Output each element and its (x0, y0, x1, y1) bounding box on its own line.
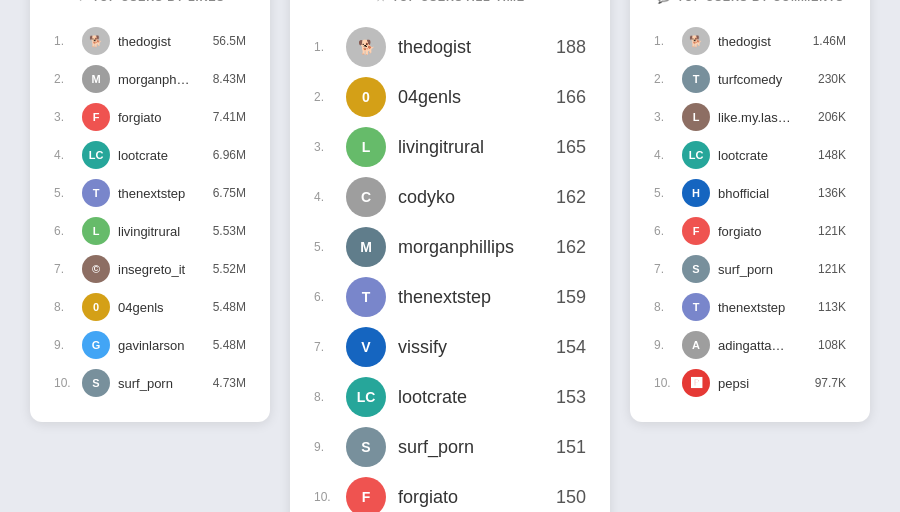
rank-label: 7. (314, 340, 334, 354)
username-label: thenextstep (118, 186, 209, 201)
panel-likes-title: TOP USERS BY LIKES (92, 0, 225, 3)
panel-comments-header: 💬TOP USERS BY COMMENTS (654, 0, 846, 4)
username-label: thedogist (118, 34, 209, 49)
list-item[interactable]: 4.LClootcrate6.96M (54, 136, 246, 174)
avatar: M (82, 65, 110, 93)
list-item[interactable]: 9.Ggavinlarson5.48M (54, 326, 246, 364)
list-item[interactable]: 9.Ssurf_porn151 (314, 422, 586, 472)
avatar: A (682, 331, 710, 359)
panel-alltime-icon: ☆ (375, 0, 387, 4)
username-label: vissify (398, 337, 552, 358)
value-label: 97.7K (815, 376, 846, 390)
value-label: 6.75M (213, 186, 246, 200)
username-label: pepsi (718, 376, 811, 391)
rank-label: 8. (54, 300, 74, 314)
list-item[interactable]: 2.Mmorganph…8.43M (54, 60, 246, 98)
avatar: LC (682, 141, 710, 169)
rank-label: 9. (54, 338, 74, 352)
avatar: S (682, 255, 710, 283)
username-label: thedogist (398, 37, 552, 58)
list-item[interactable]: 5.Mmorganphillips162 (314, 222, 586, 272)
avatar: H (682, 179, 710, 207)
rank-label: 2. (314, 90, 334, 104)
rank-label: 2. (54, 72, 74, 86)
panel-likes-header: ♡TOP USERS BY LIKES (54, 0, 246, 4)
list-item[interactable]: 5.Tthenextstep6.75M (54, 174, 246, 212)
avatar: F (82, 103, 110, 131)
value-label: 162 (556, 237, 586, 258)
value-label: 154 (556, 337, 586, 358)
list-item[interactable]: 6.Fforgiato121K (654, 212, 846, 250)
username-label: 04genls (118, 300, 209, 315)
panel-alltime-list: 1.🐕thedogist1882.004genls1663.Llivingitr… (314, 22, 586, 512)
avatar: F (682, 217, 710, 245)
panel-likes-icon: ♡ (75, 0, 87, 4)
avatar: © (82, 255, 110, 283)
list-item[interactable]: 7.©insegreto_it5.52M (54, 250, 246, 288)
list-item[interactable]: 10.🅿pepsi97.7K (654, 364, 846, 402)
avatar: M (346, 227, 386, 267)
username-label: insegreto_it (118, 262, 209, 277)
value-label: 162 (556, 187, 586, 208)
avatar: 🅿 (682, 369, 710, 397)
list-item[interactable]: 5.Hbhofficial136K (654, 174, 846, 212)
list-item[interactable]: 9.Aadingatta…108K (654, 326, 846, 364)
list-item[interactable]: 4.Ccodyko162 (314, 172, 586, 222)
list-item[interactable]: 8.004genls5.48M (54, 288, 246, 326)
list-item[interactable]: 7.Ssurf_porn121K (654, 250, 846, 288)
rank-label: 3. (314, 140, 334, 154)
list-item[interactable]: 10.Ssurf_porn4.73M (54, 364, 246, 402)
list-item[interactable]: 3.Llike.my.las…206K (654, 98, 846, 136)
avatar: G (82, 331, 110, 359)
avatar: 0 (346, 77, 386, 117)
panel-comments-list: 1.🐕thedogist1.46M2.Tturfcomedy230K3.Llik… (654, 22, 846, 402)
rank-label: 7. (654, 262, 674, 276)
username-label: surf_porn (118, 376, 209, 391)
list-item[interactable]: 2.004genls166 (314, 72, 586, 122)
username-label: turfcomedy (718, 72, 814, 87)
list-item[interactable]: 7.Vvissify154 (314, 322, 586, 372)
panel-comments-icon: 💬 (656, 0, 672, 4)
rank-label: 8. (314, 390, 334, 404)
list-item[interactable]: 1.🐕thedogist188 (314, 22, 586, 72)
value-label: 108K (818, 338, 846, 352)
rank-label: 6. (54, 224, 74, 238)
value-label: 8.43M (213, 72, 246, 86)
username-label: 04genls (398, 87, 552, 108)
username-label: thenextstep (398, 287, 552, 308)
list-item[interactable]: 6.Tthenextstep159 (314, 272, 586, 322)
rank-label: 4. (54, 148, 74, 162)
list-item[interactable]: 1.🐕thedogist1.46M (654, 22, 846, 60)
avatar: T (82, 179, 110, 207)
rank-label: 5. (54, 186, 74, 200)
avatar: S (82, 369, 110, 397)
username-label: livingitrural (118, 224, 209, 239)
value-label: 121K (818, 224, 846, 238)
avatar: T (682, 293, 710, 321)
value-label: 5.53M (213, 224, 246, 238)
list-item[interactable]: 8.LClootcrate153 (314, 372, 586, 422)
rank-label: 8. (654, 300, 674, 314)
value-label: 166 (556, 87, 586, 108)
rank-label: 9. (654, 338, 674, 352)
avatar: L (82, 217, 110, 245)
list-item[interactable]: 3.Llivingitrural165 (314, 122, 586, 172)
list-item[interactable]: 8.Tthenextstep113K (654, 288, 846, 326)
list-item[interactable]: 6.Llivingitrural5.53M (54, 212, 246, 250)
list-item[interactable]: 4.LClootcrate148K (654, 136, 846, 174)
username-label: bhofficial (718, 186, 814, 201)
value-label: 165 (556, 137, 586, 158)
panel-comments: 💬TOP USERS BY COMMENTS1.🐕thedogist1.46M2… (630, 0, 870, 422)
avatar: V (346, 327, 386, 367)
value-label: 6.96M (213, 148, 246, 162)
list-item[interactable]: 3.Fforgiato7.41M (54, 98, 246, 136)
list-item[interactable]: 10.Fforgiato150 (314, 472, 586, 512)
rank-label: 10. (314, 490, 334, 504)
value-label: 121K (818, 262, 846, 276)
username-label: forgiato (718, 224, 814, 239)
list-item[interactable]: 1.🐕thedogist56.5M (54, 22, 246, 60)
list-item[interactable]: 2.Tturfcomedy230K (654, 60, 846, 98)
rank-label: 3. (54, 110, 74, 124)
username-label: adingatta… (718, 338, 814, 353)
value-label: 5.48M (213, 338, 246, 352)
